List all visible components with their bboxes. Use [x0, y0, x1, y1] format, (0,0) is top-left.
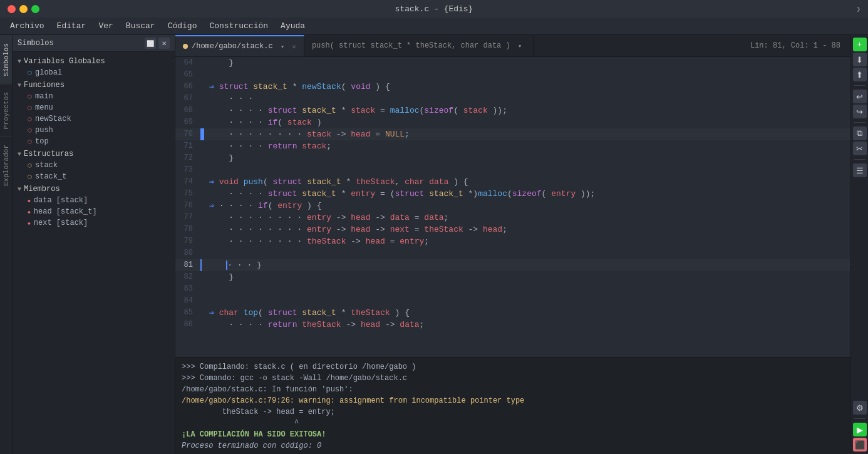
item-label: head [stack_t]: [34, 207, 97, 216]
line-number: 84: [175, 295, 200, 307]
sidebar-tab-proyectos[interactable]: Proyectos: [0, 84, 12, 137]
tab-stack-c[interactable]: /home/gabo/stack.c ▾ ✕: [175, 35, 304, 56]
menu-buscar[interactable]: Buscar: [121, 19, 160, 33]
line-content: · · · · · · · · entry -> head -> next = …: [204, 224, 850, 235]
table-row: 70 · · · · · · · · stack -> head = NULL;: [175, 128, 850, 140]
tab-dropdown-icon[interactable]: ▾: [277, 43, 289, 51]
list-item[interactable]: ◆ data [stack]: [25, 195, 172, 206]
section-header-funciones[interactable]: ▼ Funciones: [15, 80, 172, 91]
editor-area: /home/gabo/stack.c ▾ ✕ push( struct stac…: [175, 35, 850, 454]
line-number: 79: [175, 235, 200, 247]
close-button[interactable]: [8, 5, 16, 13]
item-label: push: [35, 126, 53, 135]
modified-dot-icon: [183, 44, 188, 49]
line-number: 81: [175, 259, 200, 271]
upload-button[interactable]: ⬆: [853, 68, 867, 81]
list-item[interactable]: ⬡ top: [25, 136, 172, 147]
menu-editar[interactable]: Editar: [52, 19, 91, 33]
table-row: 65: [175, 69, 850, 81]
maximize-button[interactable]: [31, 5, 39, 13]
run-button[interactable]: ▶: [853, 423, 867, 436]
menu-ver[interactable]: Ver: [93, 19, 118, 33]
download-button[interactable]: ⬇: [853, 53, 867, 66]
line-content: · · · · if( stack ): [204, 116, 850, 128]
line-number: 75: [175, 188, 200, 200]
item-label: stack_t: [35, 172, 66, 181]
panel-close-button[interactable]: ✕: [158, 38, 170, 49]
menu-archivo[interactable]: Archivo: [5, 19, 49, 33]
table-row: 77 · · · · · · · · entry -> head -> data…: [175, 212, 850, 224]
settings-button[interactable]: ⚙: [853, 401, 867, 415]
dot-icon: ⬡: [28, 128, 32, 133]
list-button[interactable]: ☰: [853, 163, 867, 177]
toolbar-divider: [854, 418, 865, 419]
tab-dropdown-icon[interactable]: ▾: [514, 42, 526, 50]
item-label: global: [35, 68, 62, 77]
panel-resize-button[interactable]: ⬜: [145, 38, 156, 49]
estructuras-items: ⬡ stack ⬡ stack_t: [15, 160, 172, 182]
new-file-button[interactable]: +: [853, 38, 867, 51]
list-item[interactable]: ◆ head [stack_t]: [25, 206, 172, 217]
redo-button[interactable]: ↪: [853, 105, 867, 118]
tab-func[interactable]: push( struct stack_t * theStack, char da…: [304, 35, 534, 56]
line-content: ⇒ char top( struct stack_t * theStack ) …: [204, 307, 850, 319]
line-content: }: [204, 152, 850, 164]
table-row: 71 · · · · return stack;: [175, 140, 850, 152]
cursor-status: Lin: 81, Col: 1 - 88: [743, 41, 848, 50]
tab-close-button[interactable]: ✕: [292, 43, 296, 51]
menu-construccion[interactable]: Construcción: [204, 19, 273, 33]
menu-codigo[interactable]: Código: [163, 19, 202, 33]
line-number: 71: [175, 140, 200, 152]
tab-bar: /home/gabo/stack.c ▾ ✕ push( struct stac…: [175, 35, 850, 57]
section-miembros: ▼ Miembros ◆ data [stack] ◆ head [stack_…: [15, 183, 172, 229]
line-number: 76: [175, 200, 200, 212]
table-row: 66 ⇒ struct stack_t * newStack( void ) {: [175, 81, 850, 93]
main-layout: Símbolos Proyectos Explorador Símbolos ⬜…: [0, 35, 868, 454]
list-item[interactable]: ⬡ menu: [25, 102, 172, 113]
sidebar-tab-simbolos[interactable]: Símbolos: [0, 35, 12, 84]
copy-button[interactable]: ⧉: [853, 126, 867, 140]
list-item[interactable]: ⬡ push: [25, 125, 172, 136]
line-number: 69: [175, 116, 200, 128]
editor-content: 64 } 65 66 ⇒ struct stack_t *: [175, 57, 850, 357]
cut-button[interactable]: ✂: [853, 142, 867, 155]
line-number: 78: [175, 224, 200, 235]
section-header-variables[interactable]: ▼ Variables Globales: [15, 56, 172, 67]
menu-ayuda[interactable]: Ayuda: [276, 19, 310, 33]
section-header-estructuras[interactable]: ▼ Estructuras: [15, 148, 172, 160]
line-content: · · · · return theStack -> head -> data;: [204, 319, 850, 331]
item-label: next [stack]: [34, 219, 88, 227]
list-item[interactable]: ⬡ global: [25, 67, 172, 78]
line-number: 80: [175, 247, 200, 259]
line-number: 65: [175, 69, 200, 81]
line-number: 82: [175, 271, 200, 283]
line-content: [204, 164, 850, 176]
window-controls[interactable]: [8, 5, 39, 13]
line-content: }: [204, 57, 850, 69]
line-number: 73: [175, 164, 200, 176]
list-item[interactable]: ◆ next [stack]: [25, 217, 172, 229]
line-content: · · · · struct stack_t * stack = malloc(…: [204, 105, 850, 116]
undo-button[interactable]: ↩: [853, 90, 867, 103]
list-item[interactable]: ⬡ newStack: [25, 113, 172, 125]
table-row: 78 · · · · · · · · entry -> head -> next…: [175, 224, 850, 235]
list-item[interactable]: ⬡ stack: [25, 160, 172, 171]
terminal-line: theStack -> head = entry;: [182, 406, 844, 418]
minimize-button[interactable]: [19, 5, 28, 13]
line-content: · · · · · · · · stack -> head = NULL;: [204, 128, 850, 140]
code-area[interactable]: 64 } 65 66 ⇒ struct stack_t *: [175, 57, 850, 357]
list-item[interactable]: ⬡ stack_t: [25, 171, 172, 182]
line-content: [204, 283, 850, 295]
line-content: · · · · · · · · entry -> head -> data = …: [204, 212, 850, 224]
line-content: · · · }: [202, 259, 850, 271]
symbol-panel: Símbolos ⬜ ✕ ▼ Variables Globales ⬡ glob…: [13, 35, 175, 454]
line-content: [204, 295, 850, 307]
section-header-miembros[interactable]: ▼ Miembros: [15, 183, 172, 195]
table-row: 84: [175, 295, 850, 307]
item-label: menu: [35, 103, 53, 112]
sidebar-tab-explorador[interactable]: Explorador: [0, 137, 12, 193]
line-content: · · · · struct stack_t * entry = (struct…: [204, 188, 850, 200]
stop-button[interactable]: ⬛: [853, 438, 867, 451]
table-row: 82 }: [175, 271, 850, 283]
list-item[interactable]: ⬡ main: [25, 91, 172, 102]
